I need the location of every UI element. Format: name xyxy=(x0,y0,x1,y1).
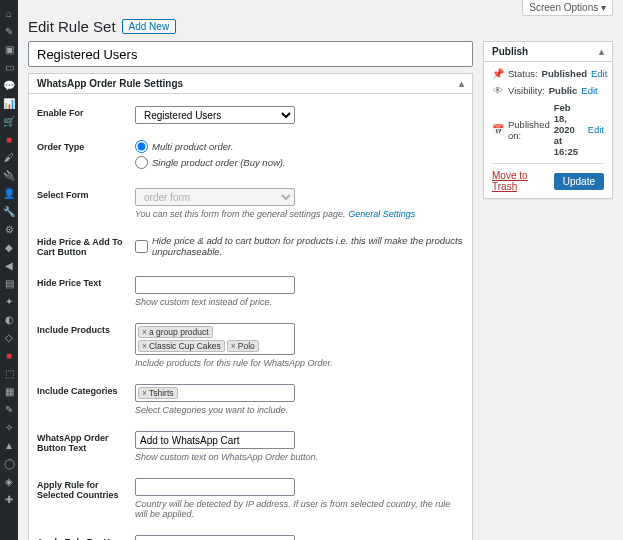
label-countries: Apply Rule for Selected Countries xyxy=(37,478,135,519)
pin-icon: 📌 xyxy=(492,68,504,79)
menu-icon-8[interactable]: ✎ xyxy=(0,400,18,418)
posts-icon[interactable]: ✎ xyxy=(0,22,18,40)
menu-icon-2[interactable]: ✦ xyxy=(0,292,18,310)
hide-price-text-input[interactable] xyxy=(135,276,295,294)
label-order-type: Order Type xyxy=(37,140,135,172)
order-type-single-radio[interactable] xyxy=(135,156,148,169)
pages-icon[interactable]: ▭ xyxy=(0,58,18,76)
select-form-select: order form xyxy=(135,188,295,206)
tools-icon[interactable]: 🔧 xyxy=(0,202,18,220)
page-title: Edit Rule Set xyxy=(28,18,116,35)
products-icon[interactable]: 🛒 xyxy=(0,112,18,130)
whatsapp-order-icon[interactable]: ■ xyxy=(0,130,18,148)
menu-icon-6[interactable]: ⬚ xyxy=(0,364,18,382)
include-products-input[interactable]: ×a group product ×Classic Cup Cakes ×Pol… xyxy=(135,323,295,355)
toggle-icon[interactable]: ▴ xyxy=(459,78,464,89)
category-tag[interactable]: ×Tshirts xyxy=(138,387,178,399)
menu-icon-1[interactable]: ▤ xyxy=(0,274,18,292)
users-icon[interactable]: 👤 xyxy=(0,184,18,202)
menu-icon-3[interactable]: ◐ xyxy=(0,310,18,328)
generic-icon[interactable]: ◆ xyxy=(0,238,18,256)
update-button[interactable]: Update xyxy=(554,173,604,190)
label-user-roles: Apply Rule For User Roles xyxy=(37,535,135,540)
dashboard-icon[interactable]: ⌂ xyxy=(0,4,18,22)
order-type-multi-radio[interactable] xyxy=(135,140,148,153)
menu-icon-7[interactable]: ▦ xyxy=(0,382,18,400)
menu-icon-10[interactable]: ▲ xyxy=(0,436,18,454)
countries-input[interactable] xyxy=(135,478,295,496)
rule-settings-box: WhatsApp Order Rule Settings ▴ Enable Fo… xyxy=(28,73,473,540)
content-area: Screen Options ▾ Edit Rule Set Add New W… xyxy=(18,0,623,540)
label-include-categories: Include Categories xyxy=(37,384,135,415)
label-button-text: WhatsApp Order Button Text xyxy=(37,431,135,462)
label-hide-price-text: Hide Price Text xyxy=(37,276,135,307)
calendar-icon: 📅 xyxy=(492,124,504,135)
move-to-trash-link[interactable]: Move to Trash xyxy=(492,170,554,192)
enable-for-select[interactable]: Registered Users xyxy=(135,106,295,124)
admin-sidebar: ⌂ ✎ ▣ ▭ 💬 📊 🛒 ■ 🖌 🔌 👤 🔧 ⚙ ◆ ◀ ▤ ✦ ◐ ◇ ■ … xyxy=(0,0,18,540)
include-categories-input[interactable]: ×Tshirts xyxy=(135,384,295,402)
page-heading: Edit Rule Set Add New xyxy=(28,18,613,35)
product-tag[interactable]: ×Classic Cup Cakes xyxy=(138,340,225,352)
plugins-icon[interactable]: 🔌 xyxy=(0,166,18,184)
visibility-icon: 👁 xyxy=(492,85,504,96)
menu-icon-11[interactable]: ◯ xyxy=(0,454,18,472)
general-settings-link[interactable]: General Settings xyxy=(348,209,415,219)
comments-icon[interactable]: 💬 xyxy=(0,76,18,94)
screen-options-tab[interactable]: Screen Options ▾ xyxy=(522,0,613,16)
product-tag[interactable]: ×a group product xyxy=(138,326,213,338)
media-icon[interactable]: ▣ xyxy=(0,40,18,58)
label-enable-for: Enable For xyxy=(37,106,135,124)
menu-icon-13[interactable]: ✚ xyxy=(0,490,18,508)
product-tag[interactable]: ×Polo xyxy=(227,340,259,352)
publish-box: Publish ▴ 📌 Status: Published Edit 👁 Vis… xyxy=(483,41,613,199)
post-title-input[interactable] xyxy=(28,41,473,67)
hide-price-button-checkbox[interactable] xyxy=(135,240,148,253)
user-roles-input[interactable] xyxy=(135,535,295,540)
button-text-input[interactable] xyxy=(135,431,295,449)
metabox-title: WhatsApp Order Rule Settings xyxy=(37,78,183,89)
publish-title: Publish xyxy=(492,46,528,57)
menu-icon-5[interactable]: ■ xyxy=(0,346,18,364)
label-include-products: Include Products xyxy=(37,323,135,368)
edit-date-link[interactable]: Edit xyxy=(588,124,604,135)
settings-icon[interactable]: ⚙ xyxy=(0,220,18,238)
edit-visibility-link[interactable]: Edit xyxy=(581,85,597,96)
menu-icon-12[interactable]: ◈ xyxy=(0,472,18,490)
add-new-button[interactable]: Add New xyxy=(122,19,177,34)
label-hide-price-button: Hide Price & Add To Cart Button xyxy=(37,235,135,260)
toggle-icon[interactable]: ▴ xyxy=(599,46,604,57)
edit-status-link[interactable]: Edit xyxy=(591,68,607,79)
menu-icon-9[interactable]: ✧ xyxy=(0,418,18,436)
analytics-icon[interactable]: 📊 xyxy=(0,94,18,112)
collapse-icon[interactable]: ◀ xyxy=(0,256,18,274)
label-select-form: Select Form xyxy=(37,188,135,219)
menu-icon-4[interactable]: ◇ xyxy=(0,328,18,346)
appearance-icon[interactable]: 🖌 xyxy=(0,148,18,166)
